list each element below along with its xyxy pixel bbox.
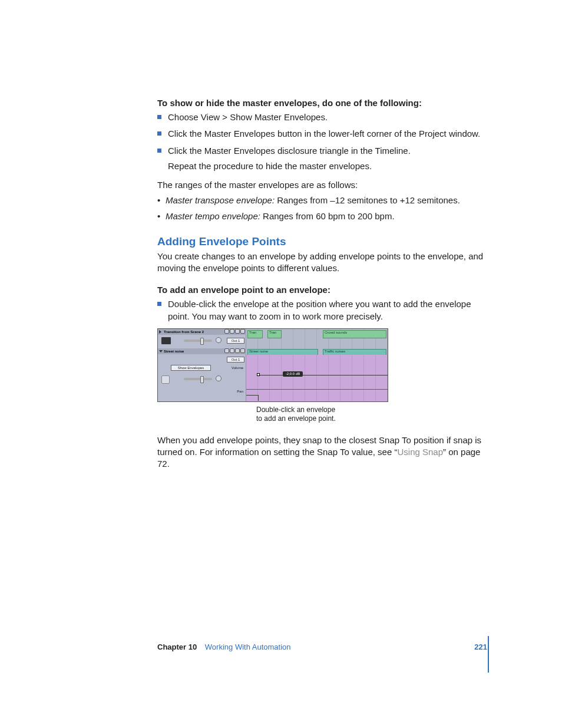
add-point-steps: Double-click the envelope at the positio… (157, 298, 487, 322)
range-term: Master tempo envelope: (166, 211, 260, 221)
chapter-title: Working With Automation (205, 643, 291, 651)
ranges-list: Master transpose envelope: Ranges from –… (157, 195, 487, 222)
list-item: Master tempo envelope: Ranges from 60 bp… (157, 210, 487, 222)
volume-slider (184, 340, 212, 342)
show-envelopes-button: Show Envelopes (171, 365, 211, 371)
list-item: Choose View > Show Master Envelopes. (157, 111, 487, 123)
page-footer: Chapter 10 Working With Automation 221 (157, 643, 487, 651)
closing-paragraph: When you add envelope points, they snap … (157, 434, 487, 470)
pan-envelope-line (246, 389, 388, 390)
pan-label: Pan (237, 390, 243, 393)
pan-knob (216, 337, 222, 343)
track1-title: Transition from Scene 2 (158, 329, 246, 335)
range-term: Master transpose envelope: (166, 195, 275, 205)
envelope-screenshot: Transition from Scene 2 Out 1 Street noi… (157, 328, 388, 402)
track2-buttons (224, 348, 245, 353)
repeat-note: Repeat the procedure to hide the master … (168, 160, 487, 172)
output-selector-2: Out 1 (227, 357, 244, 363)
envelope-vertical (258, 395, 259, 401)
list-item: Double-click the envelope at the positio… (157, 298, 487, 322)
using-snap-link[interactable]: Using Snap (397, 447, 443, 457)
track-header-2: Street noise Out 1 Show Envelopes Volume… (158, 348, 246, 401)
page-number: 221 (474, 643, 487, 651)
track2-title: Street noise (158, 348, 246, 354)
volume-slider-2 (184, 378, 212, 380)
section-heading: Adding Envelope Points (157, 235, 487, 248)
track1-buttons (224, 329, 245, 334)
output-selector: Out 1 (227, 338, 244, 344)
envelope-area: -2;0:0 dB (246, 355, 388, 401)
screenshot-caption: Double-click an envelope to add an envel… (256, 406, 362, 424)
chapter-label: Chapter 10 (157, 643, 197, 651)
intro-heading: To show or hide the master envelopes, do… (157, 98, 487, 108)
envelope-segment (246, 395, 258, 396)
audio-icon (161, 375, 170, 384)
list-item: Click the Master Envelopes button in the… (157, 128, 487, 140)
clip-tran-2: Tran (267, 330, 282, 338)
master-envelope-options: Choose View > Show Master Envelopes. Cli… (157, 111, 487, 172)
volume-label: Volume (232, 366, 243, 370)
envelope-point (257, 373, 260, 376)
range-desc: Ranges from –12 semitones to +12 semiton… (275, 195, 460, 205)
disclosure-right-icon (159, 330, 161, 334)
ranges-intro: The ranges of the master envelopes are a… (157, 179, 487, 191)
range-desc: Ranges from 60 bpm to 200 bpm. (260, 211, 395, 221)
list-item: Master transpose envelope: Ranges from –… (157, 195, 487, 206)
sub-heading: To add an envelope point to an envelope: (157, 285, 487, 295)
section-intro: You create changes to an envelope by add… (157, 251, 487, 275)
track2-title-text: Street noise (164, 350, 184, 353)
track1-title-text: Transition from Scene 2 (164, 330, 204, 334)
footer-rule (488, 636, 489, 673)
timeline-area: Tran Tran Crowd sounds Street noise Traf… (246, 329, 388, 401)
list-item-text: Click the Master Envelopes disclosure tr… (168, 146, 411, 156)
video-icon (161, 337, 171, 344)
pan-knob-2 (216, 375, 222, 381)
clip-tran-1: Tran (247, 330, 263, 338)
caption-line-2: to add an envelope point. (256, 414, 336, 423)
envelope-value-badge: -2;0:0 dB (283, 371, 303, 377)
clip-crowd: Crowd sounds (323, 330, 386, 338)
volume-envelope-line (258, 375, 388, 375)
track-header-1: Transition from Scene 2 Out 1 (158, 329, 246, 348)
caption-line-1: Double-click an envelope (256, 406, 335, 414)
list-item: Click the Master Envelopes disclosure tr… (157, 145, 487, 173)
disclosure-down-icon (159, 350, 163, 353)
